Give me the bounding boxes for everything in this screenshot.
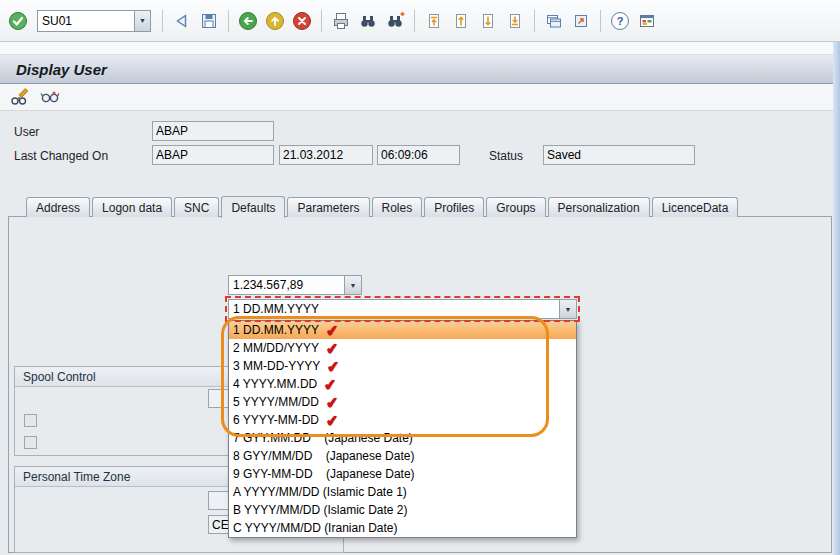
date-format-option-4[interactable]: 4 YYYY.MM.DD✔ xyxy=(229,375,576,393)
tab-profiles[interactable]: Profiles xyxy=(424,197,484,217)
tab-logon-data[interactable]: Logon data xyxy=(92,197,172,217)
red-checkmark-annotation: ✔ xyxy=(325,412,339,428)
date-format-option-6[interactable]: 6 YYYY-MM-DD✔ xyxy=(229,411,576,429)
print-icon xyxy=(331,11,351,31)
last-page-icon xyxy=(505,11,525,31)
display-change-button[interactable] xyxy=(8,85,32,109)
tab-parameters[interactable]: Parameters xyxy=(287,197,369,217)
red-checkmark-annotation: ✔ xyxy=(325,340,339,356)
red-checkmark-annotation: ✔ xyxy=(325,394,339,410)
user-label: User xyxy=(14,125,39,139)
date-format-option-8[interactable]: 8 GYY/MM/DD (Japanese Date) xyxy=(229,447,576,465)
command-field: ▼ xyxy=(37,10,151,32)
date-format-option-5[interactable]: 5 YYYY/MM/DD✔ xyxy=(229,393,576,411)
date-format-dropdown-list: 1 DD.MM.YYYY✔ 2 MM/DD/YYYY✔ 3 MM-DD-YYYY… xyxy=(228,320,577,538)
date-format-option-2[interactable]: 2 MM/DD/YYYY✔ xyxy=(229,339,576,357)
save-icon xyxy=(199,11,219,31)
last-page-button[interactable] xyxy=(503,9,527,33)
date-format-dropdown-button[interactable]: ▼ xyxy=(559,299,577,319)
date-format-option-3[interactable]: 3 MM-DD-YYYY✔ xyxy=(229,357,576,375)
application-toolbar xyxy=(0,84,840,111)
option-text: 9 GYY-MM-DD (Japanese Date) xyxy=(233,467,415,481)
red-checkmark-annotation: ✔ xyxy=(327,358,341,374)
toolbar-separator xyxy=(162,10,163,32)
option-text: 2 MM/DD/YYYY xyxy=(233,341,319,355)
tab-address[interactable]: Address xyxy=(26,197,90,217)
previous-page-button[interactable] xyxy=(449,9,473,33)
tab-snc[interactable]: SNC xyxy=(174,197,219,217)
toolbar-separator xyxy=(414,10,415,32)
tab-licencedata[interactable]: LicenceData xyxy=(652,197,739,217)
option-text: 4 YYYY.MM.DD xyxy=(233,377,317,391)
command-dropdown-button[interactable]: ▼ xyxy=(134,11,150,31)
help-button[interactable]: ? xyxy=(608,9,632,33)
changed-by-field[interactable]: ABAP xyxy=(152,145,274,165)
enter-button[interactable] xyxy=(6,9,30,33)
tab-defaults[interactable]: Defaults xyxy=(221,196,285,218)
option-text: 6 YYYY-MM-DD xyxy=(233,413,319,427)
exit-icon xyxy=(265,11,285,31)
changed-date-field[interactable]: 21.03.2012 xyxy=(279,145,373,165)
enter-icon xyxy=(8,11,28,31)
find-next-icon xyxy=(385,11,405,31)
page-title: Display User xyxy=(16,61,107,78)
date-format-combo[interactable]: 1 DD.MM.YYYY ▼ xyxy=(228,299,577,319)
date-format-option-c[interactable]: C YYYY/MM/DD (Iranian Date) xyxy=(229,519,576,537)
tab-personalization[interactable]: Personalization xyxy=(548,197,650,217)
create-shortcut-icon xyxy=(571,11,591,31)
decimal-notation-value: 1.234.567,89 xyxy=(228,275,344,295)
option-text: 7 GYY.MM.DD (Japanese Date) xyxy=(233,431,413,445)
date-format-option-a[interactable]: A YYYY/MM/DD (Islamic Date 1) xyxy=(229,483,576,501)
back-triangle-icon xyxy=(172,11,192,31)
previous-page-icon xyxy=(451,11,471,31)
scroll-left-button[interactable] xyxy=(170,9,194,33)
date-format-option-7[interactable]: 7 GYY.MM.DD (Japanese Date) xyxy=(229,429,576,447)
tab-roles[interactable]: Roles xyxy=(372,197,423,217)
date-format-option-b[interactable]: B YYYY/MM/DD (Islamic Date 2) xyxy=(229,501,576,519)
status-label: Status xyxy=(489,149,523,163)
find-next-button[interactable] xyxy=(383,9,407,33)
changed-time-field[interactable]: 06:09:06 xyxy=(377,145,460,165)
find-button[interactable] xyxy=(356,9,380,33)
create-shortcut-button[interactable] xyxy=(569,9,593,33)
next-page-icon xyxy=(478,11,498,31)
find-icon xyxy=(358,11,378,31)
cancel-button[interactable] xyxy=(290,9,314,33)
standard-toolbar: ▼ xyxy=(0,0,840,42)
back-icon xyxy=(238,11,258,31)
window-edge xyxy=(833,42,840,555)
back-button[interactable] xyxy=(236,9,260,33)
decimal-notation-dropdown-button[interactable]: ▼ xyxy=(344,275,362,295)
glasses-icon xyxy=(39,87,61,107)
first-page-icon xyxy=(424,11,444,31)
glasses-button[interactable] xyxy=(38,85,62,109)
exit-button[interactable] xyxy=(263,9,287,33)
date-format-option-9[interactable]: 9 GYY-MM-DD (Japanese Date) xyxy=(229,465,576,483)
svg-text:?: ? xyxy=(617,15,624,27)
option-text: 3 MM-DD-YYYY xyxy=(233,359,320,373)
last-changed-label: Last Changed On xyxy=(14,149,108,163)
red-checkmark-annotation: ✔ xyxy=(325,322,339,338)
print-button[interactable] xyxy=(329,9,353,33)
toolbar-separator xyxy=(600,10,601,32)
first-page-button[interactable] xyxy=(422,9,446,33)
command-input[interactable] xyxy=(38,11,134,31)
customize-layout-icon xyxy=(637,11,657,31)
delete-after-output-checkbox xyxy=(24,436,37,449)
date-format-option-1[interactable]: 1 DD.MM.YYYY✔ xyxy=(229,321,576,339)
option-text: C YYYY/MM/DD (Iranian Date) xyxy=(233,521,398,535)
output-immediately-checkbox xyxy=(24,414,37,427)
toolbar-separator xyxy=(228,10,229,32)
new-session-button[interactable] xyxy=(542,9,566,33)
window-gap xyxy=(0,42,840,54)
decimal-notation-combo[interactable]: 1.234.567,89 ▼ xyxy=(228,275,362,295)
next-page-button[interactable] xyxy=(476,9,500,33)
red-checkmark-annotation: ✔ xyxy=(324,376,338,392)
new-session-icon xyxy=(544,11,564,31)
user-field[interactable]: ABAP xyxy=(152,121,274,141)
option-text: 8 GYY/MM/DD (Japanese Date) xyxy=(233,449,414,463)
customize-layout-button[interactable] xyxy=(635,9,659,33)
tab-groups[interactable]: Groups xyxy=(486,197,545,217)
title-bar: Display User xyxy=(0,54,840,84)
save-button[interactable] xyxy=(197,9,221,33)
